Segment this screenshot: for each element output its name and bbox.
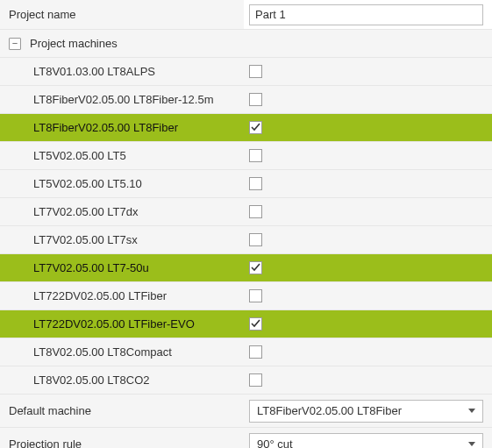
- project-name-label: Project name: [0, 0, 244, 29]
- machine-label-cell: LT7V02.05.00 LT7-50u: [0, 254, 244, 281]
- projection-rule-selected: 90° cut: [257, 437, 293, 448]
- machine-checkbox-cell: [244, 254, 492, 281]
- machine-label-cell: LT722DV02.05.00 LTFiber-EVO: [0, 310, 244, 338]
- machine-label: LT722DV02.05.00 LTFiber-EVO: [9, 317, 195, 331]
- machine-label: LT722DV02.05.00 LTFiber: [9, 289, 167, 302]
- project-name-value-cell: [244, 0, 492, 29]
- projection-rule-row: Projection rule 90° cut: [0, 428, 492, 448]
- default-machine-dropdown[interactable]: LT8FiberV02.05.00 LT8Fiber: [249, 400, 483, 423]
- machine-label: LT5V02.05.00 LT5.10: [9, 177, 142, 190]
- default-machine-row: Default machine LT8FiberV02.05.00 LT8Fib…: [0, 395, 492, 428]
- default-machine-value-cell: LT8FiberV02.05.00 LT8Fiber: [244, 395, 492, 427]
- project-machines-value-cell: [244, 30, 492, 57]
- machine-checkbox-cell: [244, 282, 492, 309]
- machine-checkbox-cell: [244, 310, 492, 338]
- machine-label-cell: LT8V02.05.00 LT8CO2: [0, 366, 244, 394]
- projection-rule-label: Projection rule: [0, 428, 244, 448]
- machine-row: LT8V02.05.00 LT8Compact: [0, 338, 492, 366]
- machine-row: LT7V02.05.00 LT7dx: [0, 198, 492, 226]
- machine-checkbox[interactable]: [249, 345, 262, 359]
- machine-label-cell: LT7V02.05.00 LT7sx: [0, 226, 244, 253]
- project-name-input[interactable]: [249, 4, 483, 25]
- machine-checkbox-cell: [244, 226, 492, 253]
- projection-rule-value-cell: 90° cut: [244, 428, 492, 448]
- machine-checkbox-cell: [244, 198, 492, 225]
- project-machines-header: − Project machines: [0, 30, 244, 57]
- machine-row: LT7V02.05.00 LT7-50u: [0, 254, 492, 282]
- machines-list: LT8V01.03.00 LT8ALPSLT8FiberV02.05.00 LT…: [0, 58, 492, 395]
- machine-checkbox[interactable]: [249, 93, 262, 106]
- machine-checkbox-cell: [244, 170, 492, 197]
- machine-checkbox-cell: [244, 114, 492, 141]
- machine-label-cell: LT8FiberV02.05.00 LT8Fiber-12.5m: [0, 86, 244, 113]
- chevron-down-icon: [468, 409, 475, 413]
- machine-checkbox[interactable]: [249, 177, 262, 190]
- machine-label: LT8V02.05.00 LT8CO2: [9, 373, 150, 387]
- machine-label: LT7V02.05.00 LT7sx: [9, 233, 138, 246]
- machine-row: LT8V01.03.00 LT8ALPS: [0, 58, 492, 86]
- machine-label: LT8V02.05.00 LT8Compact: [9, 345, 172, 359]
- machine-label-cell: LT7V02.05.00 LT7dx: [0, 198, 244, 225]
- machine-row: LT8V02.05.00 LT8CO2: [0, 366, 492, 395]
- machine-checkbox[interactable]: [249, 149, 262, 162]
- collapse-icon[interactable]: −: [9, 38, 21, 50]
- machine-label: LT7V02.05.00 LT7dx: [9, 205, 139, 218]
- default-machine-label: Default machine: [0, 395, 244, 427]
- machine-label: LT8V01.03.00 LT8ALPS: [9, 65, 155, 78]
- machine-label: LT5V02.05.00 LT5: [9, 149, 126, 162]
- machine-checkbox-cell: [244, 338, 492, 366]
- machine-checkbox[interactable]: [249, 233, 262, 246]
- machine-row: LT5V02.05.00 LT5.10: [0, 170, 492, 198]
- machine-checkbox[interactable]: [249, 317, 262, 331]
- machine-row: LT722DV02.05.00 LTFiber: [0, 282, 492, 310]
- machine-row: LT7V02.05.00 LT7sx: [0, 226, 492, 254]
- machine-row: LT8FiberV02.05.00 LT8Fiber-12.5m: [0, 86, 492, 114]
- machine-label-cell: LT8FiberV02.05.00 LT8Fiber: [0, 114, 244, 141]
- default-machine-selected: LT8FiberV02.05.00 LT8Fiber: [257, 404, 402, 417]
- projection-rule-dropdown[interactable]: 90° cut: [249, 433, 483, 449]
- machine-row: LT5V02.05.00 LT5: [0, 142, 492, 170]
- machine-checkbox[interactable]: [249, 289, 262, 302]
- machine-checkbox[interactable]: [249, 65, 262, 78]
- machine-checkbox[interactable]: [249, 261, 262, 274]
- chevron-down-icon: [468, 442, 475, 446]
- machine-label-cell: LT722DV02.05.00 LTFiber: [0, 282, 244, 309]
- machine-label-cell: LT8V02.05.00 LT8Compact: [0, 338, 244, 366]
- project-name-row: Project name: [0, 0, 492, 30]
- machine-label: LT8FiberV02.05.00 LT8Fiber: [9, 121, 178, 134]
- machine-checkbox-cell: [244, 86, 492, 113]
- machine-label-cell: LT5V02.05.00 LT5: [0, 142, 244, 169]
- machine-checkbox-cell: [244, 58, 492, 85]
- project-machines-group-row: − Project machines: [0, 30, 492, 58]
- machine-checkbox[interactable]: [249, 205, 262, 218]
- machine-label-cell: LT5V02.05.00 LT5.10: [0, 170, 244, 197]
- machine-row: LT722DV02.05.00 LTFiber-EVO: [0, 310, 492, 338]
- machine-row: LT8FiberV02.05.00 LT8Fiber: [0, 114, 492, 142]
- machine-checkbox[interactable]: [249, 121, 262, 134]
- machine-checkbox[interactable]: [249, 373, 262, 387]
- machine-label-cell: LT8V01.03.00 LT8ALPS: [0, 58, 244, 85]
- project-machines-label: Project machines: [30, 37, 118, 50]
- machine-label: LT8FiberV02.05.00 LT8Fiber-12.5m: [9, 93, 213, 106]
- machine-label: LT7V02.05.00 LT7-50u: [9, 261, 149, 274]
- machine-checkbox-cell: [244, 142, 492, 169]
- project-properties-panel: Project name − Project machines LT8V01.0…: [0, 0, 492, 448]
- machine-checkbox-cell: [244, 366, 492, 394]
